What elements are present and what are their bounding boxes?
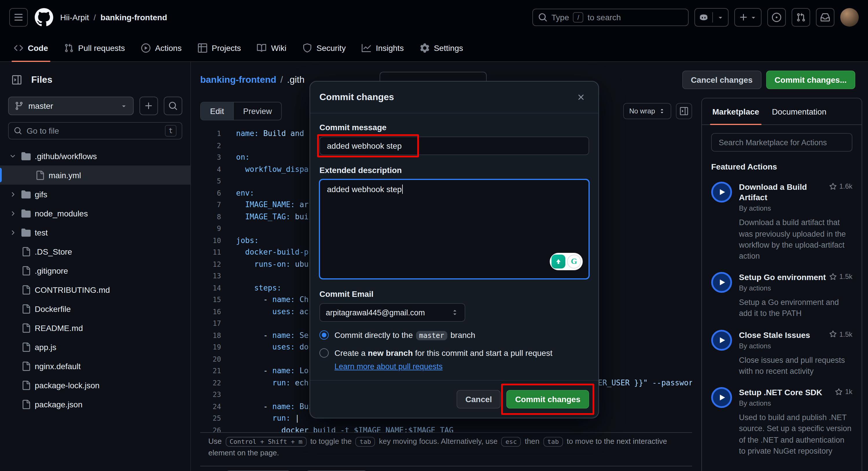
tree-item-gifs[interactable]: gifs bbox=[0, 185, 190, 204]
action-title[interactable]: Download a Build Artifact bbox=[739, 182, 826, 203]
radio-unselected-icon[interactable] bbox=[319, 348, 329, 357]
copilot-icon-wrap[interactable] bbox=[695, 9, 712, 26]
line-number: 23 bbox=[200, 389, 221, 401]
star-count-value: 1k bbox=[845, 388, 852, 396]
tab-edit[interactable]: Edit bbox=[201, 102, 234, 120]
tab-label: Insights bbox=[376, 43, 404, 53]
tree-item-package.json[interactable]: package.json bbox=[0, 395, 190, 414]
copilot-button[interactable] bbox=[694, 8, 728, 27]
tab-wiki[interactable]: Wiki bbox=[251, 35, 292, 61]
tree-item-label: package.json bbox=[35, 400, 83, 409]
issues-button[interactable] bbox=[767, 8, 786, 27]
global-header: Hii-Arpit / banking-frontend Type / to s… bbox=[0, 0, 868, 35]
tab-security[interactable]: Security bbox=[297, 35, 351, 61]
breadcrumb-repo-link[interactable]: banking-frontend bbox=[100, 13, 167, 22]
action-author: By actions bbox=[739, 342, 852, 350]
star-count-value: 1.6k bbox=[839, 182, 852, 190]
line-number: 18 bbox=[200, 329, 221, 341]
tab-insights[interactable]: Insights bbox=[356, 35, 410, 61]
tree-item-CONTRIBUTING.md[interactable]: CONTRIBUTING.md bbox=[0, 280, 190, 299]
marketplace-card[interactable]: Download a Build Artifact1.6kBy actionsD… bbox=[711, 182, 852, 261]
tab-code[interactable]: Code bbox=[8, 35, 54, 61]
tree-item-.github/workflows[interactable]: .github/workflows bbox=[0, 147, 190, 165]
action-title-row: Setup .NET Core SDK1k bbox=[739, 387, 852, 398]
tree-item-Dockerfile[interactable]: Dockerfile bbox=[0, 299, 190, 318]
marketplace-card[interactable]: Setup Go environment1.5kBy actionsSetup … bbox=[711, 272, 852, 319]
tab-documentation[interactable]: Documentation bbox=[772, 98, 826, 124]
cancel-button[interactable]: Cancel bbox=[457, 390, 501, 409]
plus-icon bbox=[144, 101, 153, 111]
tree-item-.DS_Store[interactable]: .DS_Store bbox=[0, 242, 190, 261]
chevron-right-icon[interactable] bbox=[8, 191, 18, 198]
tab-label: Wiki bbox=[271, 43, 286, 53]
grammarly-arrow-icon[interactable] bbox=[552, 255, 565, 269]
collapse-file-tree-button[interactable] bbox=[8, 71, 26, 89]
tree-item-.gitignore[interactable]: .gitignore bbox=[0, 261, 190, 280]
radio-selected-icon[interactable] bbox=[319, 331, 329, 340]
github-logo[interactable] bbox=[35, 8, 53, 27]
line-number: 22 bbox=[200, 377, 221, 389]
create-new-button[interactable] bbox=[734, 8, 762, 27]
marketplace-search-input[interactable]: Search Marketplace for Actions bbox=[711, 133, 852, 152]
breadcrumb-repo-link[interactable]: banking-frontend bbox=[200, 75, 276, 85]
commit-email-select[interactable]: arpitagrawal445@gmail.com bbox=[319, 303, 465, 322]
action-title[interactable]: Close Stale Issues bbox=[739, 329, 810, 340]
radio-new-branch[interactable]: Create a new branch for this commit and … bbox=[319, 348, 589, 357]
extended-description-textarea[interactable]: added webhook step G bbox=[319, 179, 589, 279]
grammarly-icon[interactable]: G bbox=[567, 255, 581, 269]
symbols-panel-button[interactable] bbox=[676, 103, 692, 119]
action-title[interactable]: Setup Go environment bbox=[739, 272, 826, 282]
tree-item-node_modules[interactable]: node_modules bbox=[0, 204, 190, 223]
radio-commit-direct[interactable]: Commit directly to the master branch bbox=[319, 331, 589, 340]
learn-more-link[interactable]: Learn more about pull requests bbox=[335, 362, 443, 371]
tree-item-test[interactable]: test bbox=[0, 223, 190, 242]
close-dialog-button[interactable] bbox=[573, 89, 589, 105]
create-new-content[interactable] bbox=[735, 9, 761, 26]
breadcrumb-owner-link[interactable]: Hii-Arpit bbox=[60, 13, 89, 22]
commit-message-wrap: added webhook step bbox=[319, 136, 589, 155]
commit-message-input[interactable]: added webhook step bbox=[319, 136, 589, 155]
kbd-key: esc bbox=[501, 437, 521, 447]
side-panel-icon bbox=[12, 75, 22, 85]
commit-changes-button[interactable]: Commit changes bbox=[506, 390, 589, 409]
star-count-value: 1.5k bbox=[839, 330, 852, 338]
tree-item-README.md[interactable]: README.md bbox=[0, 318, 190, 337]
tree-item-package-lock.json[interactable]: package-lock.json bbox=[0, 376, 190, 395]
code-line-content: runs-on: ubu bbox=[221, 258, 309, 270]
tree-item-app.js[interactable]: app.js bbox=[0, 337, 190, 356]
tab-preview[interactable]: Preview bbox=[234, 102, 281, 120]
marketplace-cards: Download a Build Artifact1.6kBy actionsD… bbox=[711, 182, 852, 457]
chevron-down-icon[interactable] bbox=[8, 153, 18, 159]
tab-settings[interactable]: Settings bbox=[414, 35, 469, 61]
action-title[interactable]: Setup .NET Core SDK bbox=[739, 387, 822, 398]
pull-requests-button[interactable] bbox=[792, 8, 810, 27]
grammarly-widget[interactable]: G bbox=[550, 253, 583, 270]
tab-marketplace[interactable]: Marketplace bbox=[712, 98, 759, 124]
star-icon bbox=[835, 388, 843, 396]
tree-item-main.yml[interactable]: main.yml bbox=[0, 165, 190, 185]
notifications-button[interactable] bbox=[816, 8, 834, 27]
code-line-content: steps: bbox=[221, 282, 281, 294]
marketplace-card[interactable]: Close Stale Issues1.5kBy actionsClose is… bbox=[711, 329, 852, 377]
header-breadcrumb: Hii-Arpit / banking-frontend bbox=[60, 13, 167, 22]
tab-pull-requests[interactable]: Pull requests bbox=[58, 35, 131, 61]
tree-item-nginx.default[interactable]: nginx.default bbox=[0, 356, 190, 376]
add-file-button[interactable] bbox=[140, 97, 158, 115]
cancel-changes-button[interactable]: Cancel changes bbox=[682, 71, 761, 89]
tree-item-label: nginx.default bbox=[35, 362, 81, 371]
go-to-file-input[interactable]: Go to file t bbox=[8, 122, 182, 139]
branch-selector[interactable]: master bbox=[8, 97, 134, 115]
copilot-menu-caret[interactable] bbox=[713, 9, 728, 26]
marketplace-card[interactable]: Setup .NET Core SDK1kBy actionsUsed to b… bbox=[711, 387, 852, 457]
tab-projects[interactable]: Projects bbox=[192, 35, 247, 61]
chevron-right-icon[interactable] bbox=[8, 210, 18, 217]
global-search-input[interactable]: Type / to search bbox=[532, 9, 689, 26]
wrap-mode-select[interactable]: No wrap bbox=[623, 103, 671, 119]
go-to-file-placeholder: Go to file bbox=[27, 126, 59, 135]
commit-changes-open-button[interactable]: Commit changes... bbox=[766, 71, 855, 89]
search-this-repo-button[interactable] bbox=[164, 97, 182, 115]
chevron-right-icon[interactable] bbox=[8, 229, 18, 236]
hamburger-menu-button[interactable] bbox=[9, 8, 28, 27]
tab-actions[interactable]: Actions bbox=[135, 35, 187, 61]
avatar[interactable] bbox=[840, 8, 859, 27]
